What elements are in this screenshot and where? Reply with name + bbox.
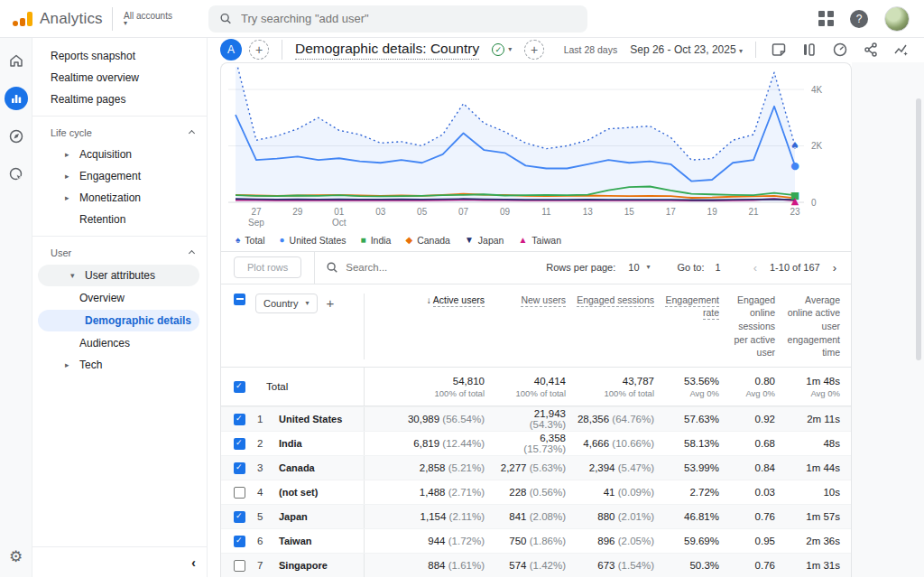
plot-rows-button[interactable]: Plot rows (234, 256, 301, 278)
sidebar-item-engagement[interactable]: ▸Engagement (32, 165, 207, 187)
sidebar-item-retention[interactable]: Retention (32, 209, 207, 230)
legend-item-united-states[interactable]: ●United States (280, 235, 346, 246)
table-search-input[interactable] (346, 262, 445, 273)
column-header-engaged-sessions[interactable]: Engaged sessions (577, 294, 665, 307)
go-to-input[interactable]: 1 (716, 262, 721, 273)
section-life-cycle[interactable]: Life cycle (32, 122, 207, 144)
metric-value: 46.81% (665, 511, 730, 522)
insights-gauge-icon[interactable] (832, 42, 848, 58)
help-icon[interactable]: ? (850, 10, 868, 28)
report-status-badge[interactable]: ✓ ▾ (486, 42, 517, 58)
column-header-avg-engagement-time[interactable]: Average online active user engagement ti… (786, 294, 851, 359)
rows-per-page-select[interactable]: 10 (628, 262, 639, 273)
metric-value: 53.99% (665, 462, 730, 473)
sidebar-item-tech[interactable]: ▸Tech (32, 354, 207, 376)
advertising-icon[interactable] (5, 163, 28, 186)
column-header-engaged-sessions-per-user[interactable]: Engaged online sessions per active user (730, 294, 786, 359)
row-checkbox[interactable] (234, 536, 245, 547)
legend-item-japan[interactable]: ▼Japan (465, 235, 504, 246)
metric-value: 48s (786, 438, 851, 449)
metric-value: 2.72% (665, 487, 730, 498)
svg-text:27: 27 (251, 207, 262, 217)
svg-text:29: 29 (292, 207, 303, 217)
metric-value: 0.68 (730, 438, 786, 449)
row-checkbox[interactable] (234, 414, 245, 425)
svg-text:03: 03 (375, 207, 386, 217)
column-header-active-users[interactable]: ↓Active users (364, 294, 495, 359)
metric-value: 574 (1.42%) (495, 560, 577, 571)
section-user[interactable]: User (32, 242, 207, 264)
column-header-new-users[interactable]: New users (495, 294, 577, 307)
metric-value: 30,989 (56.54%) (364, 407, 495, 431)
add-icon[interactable]: + (524, 40, 544, 60)
row-checkbox[interactable] (234, 511, 245, 523)
svg-text:05: 05 (417, 207, 428, 217)
note-icon[interactable] (771, 42, 787, 58)
sidebar-item-reports-snapshot[interactable]: Reports snapshot (32, 45, 207, 67)
metric-value: 58.13% (665, 438, 730, 449)
share-icon[interactable] (863, 42, 879, 58)
account-badge[interactable]: A (220, 39, 242, 61)
prev-page-icon[interactable]: ‹ (748, 261, 762, 275)
reports-icon[interactable] (5, 87, 28, 110)
row-checkbox[interactable] (234, 462, 245, 474)
explore-icon[interactable] (5, 125, 28, 148)
sidebar-item-monetization[interactable]: ▸Monetization (32, 187, 207, 209)
row-checkbox[interactable] (234, 438, 245, 450)
row-checkbox[interactable] (234, 560, 245, 572)
row-checkbox[interactable] (234, 487, 245, 499)
sidebar-item-audiences[interactable]: Audiences (32, 332, 207, 354)
metric-value: 1,154 (2.11%) (364, 505, 495, 528)
legend-item-total[interactable]: ♠Total (236, 235, 265, 246)
date-range-picker[interactable]: Sep 26 - Oct 23, 2025 ▾ (630, 43, 743, 56)
metric-value: 6,819 (12.44%) (364, 432, 495, 455)
add-dimension-icon[interactable]: + (327, 295, 335, 311)
country-name: Singapore (279, 560, 364, 571)
column-header-engagement-rate[interactable]: Engagement rate (665, 294, 730, 320)
global-search[interactable] (208, 5, 587, 33)
vertical-scrollbar[interactable] (916, 98, 921, 360)
search-icon (326, 261, 338, 274)
collapse-sidebar-icon[interactable]: ‹ (191, 555, 196, 570)
legend-item-taiwan[interactable]: ▲Taiwan (518, 235, 561, 246)
select-all-checkbox[interactable] (234, 294, 245, 305)
metric-value: 59.69% (665, 536, 730, 546)
page-title[interactable]: Demographic details: Country (295, 41, 479, 60)
legend-item-india[interactable]: ■India (361, 235, 392, 246)
sidebar-item-demographic-details[interactable]: Demographic details (38, 310, 199, 331)
date-range-label: Last 28 days (564, 44, 618, 55)
chevron-down-icon[interactable]: ▾ (647, 265, 651, 270)
sidebar-item-realtime-overview[interactable]: Realtime overview (32, 67, 207, 89)
sidebar-item-user-attributes[interactable]: ▾User attributes (38, 265, 199, 286)
table-row-canada: 3Canada2,858 (5.21%)2,277 (5.63%)2,394 (… (221, 455, 851, 480)
global-search-input[interactable] (241, 12, 577, 25)
legend-item-canada[interactable]: ◆Canada (405, 235, 449, 246)
compare-icon[interactable] (801, 42, 818, 58)
next-page-icon[interactable]: › (827, 261, 842, 275)
top-app-bar: Analytics All accounts ▾ ? (0, 0, 924, 38)
total-row-checkbox[interactable] (234, 381, 245, 393)
country-name: India (279, 438, 364, 449)
home-icon[interactable] (5, 49, 28, 72)
settings-gear-icon[interactable]: ⚙ (9, 547, 23, 566)
product-name: Analytics (40, 10, 103, 28)
account-switcher[interactable]: All accounts ▾ (112, 7, 172, 31)
metric-value: 1m 57s (786, 511, 851, 522)
user-avatar[interactable] (884, 6, 910, 32)
svg-text:♠: ♠ (790, 140, 799, 152)
table-search[interactable] (326, 261, 445, 274)
dimension-selector[interactable]: Country▾ (255, 294, 318, 313)
legend-label: Taiwan (531, 235, 561, 246)
table-total-row: Total 54,810100% of total 40,414100% of … (221, 367, 851, 406)
analytics-logo[interactable]: Analytics (0, 10, 99, 28)
metric-value: 0.03 (730, 487, 786, 498)
metric-value: 2m 36s (786, 536, 851, 546)
sidebar-item-realtime-pages[interactable]: Realtime pages (32, 89, 207, 110)
insights-sparkline-icon[interactable] (893, 42, 910, 58)
row-index: 7 (255, 560, 279, 571)
add-comparison-icon[interactable]: + (249, 40, 269, 60)
sidebar-item-overview[interactable]: Overview (32, 287, 207, 309)
apps-grid-icon[interactable] (818, 11, 834, 26)
sidebar-item-acquisition[interactable]: ▸Acquisition (32, 144, 207, 165)
svg-text:17: 17 (666, 207, 677, 217)
